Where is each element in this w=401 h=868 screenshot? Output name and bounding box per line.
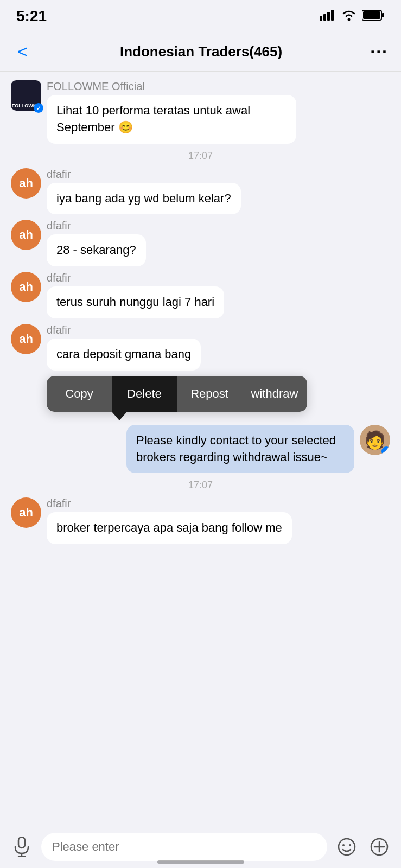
message-group-dfafir-1: ah dfafir iya bang ada yg wd belum kelar… — [0, 168, 401, 215]
msg-content: dfafir broker terpercaya apa saja bang f… — [47, 497, 292, 544]
msg-row: ah dfafir iya bang ada yg wd belum kelar… — [11, 168, 390, 215]
svg-point-13 — [349, 844, 351, 846]
followme-verified-badge: ✓ — [34, 103, 43, 113]
svg-rect-2 — [327, 12, 330, 21]
status-bar: 5:21 — [0, 0, 401, 33]
message-bubble: 28 - sekarang? — [47, 234, 146, 266]
status-time: 5:21 — [16, 8, 47, 25]
status-icons — [320, 9, 385, 23]
msg-content: dfafir iya bang ada yg wd belum kelar? — [47, 168, 241, 215]
msg-content: dfafir cara deposit gmana bang — [47, 324, 201, 371]
nav-bar: < Indonesian Traders(465) ··· — [0, 33, 401, 72]
timestamp-1612: 17:07 — [0, 150, 401, 162]
avatar-dfafir: ah — [11, 168, 41, 199]
outgoing-bubble: Please kindly contact to your selected b… — [126, 425, 354, 474]
menu-arrow — [112, 412, 127, 420]
wifi-icon — [341, 9, 357, 23]
context-menu-container: Copy Delete Repost withdraw — [0, 376, 401, 420]
copy-button[interactable]: Copy — [47, 376, 112, 412]
chat-area: FOLLOWME ✓ FOLLOWME Official Lihat 10 pe… — [0, 72, 401, 825]
message-input[interactable] — [41, 833, 327, 861]
svg-point-12 — [342, 844, 345, 846]
repost-button[interactable]: Repost — [177, 376, 242, 412]
msg-row: ah dfafir terus suruh nunggu lagi 7 hari — [11, 272, 390, 318]
timestamp-1707: 17:07 — [0, 480, 401, 491]
svg-point-11 — [339, 839, 355, 855]
more-button[interactable]: ··· — [370, 42, 388, 62]
signal-icon — [320, 10, 336, 23]
message-bubble: terus suruh nunggu lagi 7 hari — [47, 286, 224, 318]
svg-point-4 — [348, 18, 351, 21]
msg-row: ah dfafir cara deposit gmana bang — [11, 324, 390, 371]
sender-name: dfafir — [47, 324, 201, 336]
message-group-dfafir-3: ah dfafir terus suruh nunggu lagi 7 hari — [0, 272, 401, 318]
delete-button[interactable]: Delete — [112, 376, 177, 412]
msg-row: ah dfafir broker terpercaya apa saja ban… — [11, 497, 390, 544]
sender-name: dfafir — [47, 168, 241, 181]
message-group-dfafir-last: ah dfafir broker terpercaya apa saja ban… — [0, 497, 401, 544]
msg-row: FOLLOWME ✓ FOLLOWME Official Lihat 10 pe… — [11, 80, 390, 144]
plus-button[interactable] — [366, 834, 392, 860]
message-bubble: Lihat 10 performa teratas untuk awal Sep… — [47, 95, 296, 144]
message-bubble-last: broker terpercaya apa saja bang follow m… — [47, 512, 292, 544]
message-group-dfafir-4: ah dfafir cara deposit gmana bang — [0, 324, 401, 371]
sender-name: FOLLOWME Official — [47, 80, 296, 93]
home-indicator — [157, 860, 244, 864]
message-group-followme: FOLLOWME ✓ FOLLOWME Official Lihat 10 pe… — [0, 80, 401, 144]
svg-rect-8 — [18, 837, 25, 848]
msg-content: FOLLOWME Official Lihat 10 performa tera… — [47, 80, 296, 144]
person-verified-badge: ✓ — [381, 446, 390, 455]
sender-name: dfafir — [47, 220, 146, 232]
msg-row: ah dfafir 28 - sekarang? — [11, 220, 390, 266]
msg-content: dfafir 28 - sekarang? — [47, 220, 146, 266]
msg-content: dfafir terus suruh nunggu lagi 7 hari — [47, 272, 224, 318]
context-menu: Copy Delete Repost withdraw — [47, 376, 307, 412]
nav-title: Indonesian Traders(465) — [120, 43, 282, 60]
avatar-dfafir: ah — [11, 220, 41, 250]
avatar-dfafir: ah — [11, 272, 41, 302]
avatar-dfafir: ah — [11, 324, 41, 354]
back-button[interactable]: < — [13, 40, 32, 64]
emoji-button[interactable] — [334, 834, 360, 860]
svg-rect-3 — [331, 10, 334, 21]
message-group-dfafir-2: ah dfafir 28 - sekarang? — [0, 220, 401, 266]
message-bubble: cara deposit gmana bang — [47, 339, 201, 371]
sender-name: dfafir — [47, 272, 224, 284]
svg-rect-1 — [323, 14, 326, 21]
svg-rect-7 — [382, 13, 384, 17]
withdraw-button[interactable]: withdraw — [242, 376, 307, 412]
outgoing-message-row: Please kindly contact to your selected b… — [0, 425, 401, 474]
svg-rect-0 — [320, 16, 322, 21]
avatar-person: 🧑 ✓ — [360, 425, 390, 455]
avatar-dfafir-last: ah — [11, 497, 41, 528]
battery-icon — [362, 9, 385, 23]
mic-button[interactable] — [9, 834, 35, 860]
sender-name: dfafir — [47, 497, 292, 510]
message-bubble: iya bang ada yg wd belum kelar? — [47, 183, 241, 215]
avatar-followme: FOLLOWME ✓ — [11, 80, 41, 111]
svg-rect-6 — [363, 11, 380, 19]
